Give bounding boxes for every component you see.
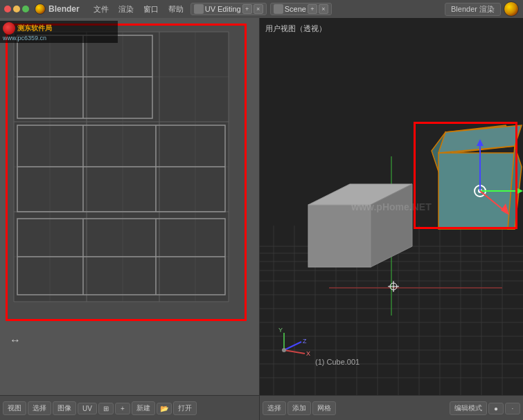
render-button[interactable]: Blender 渲染 [445,3,501,16]
minimize-window-btn[interactable] [13,6,20,12]
uv-image-btn[interactable]: 图像 [53,401,76,415]
app-title: Blender [48,4,80,14]
uv-view-btn[interactable]: 视图 [3,401,26,415]
svg-text:Z: Z [303,338,307,345]
bottom-bar: 视图 选择 图像 UV ⊞ + 新建 📂 打开 选择 添加 网格 编辑模式 ● … [0,395,523,420]
object-name-label: (1) Cube.001 [315,358,360,366]
menu-help[interactable]: 帮助 [164,3,188,16]
top-bar: Blender 文件 渲染 窗口 帮助 UV Editing + × Scene… [0,0,523,18]
workspace-tabs: UV Editing + × Scene + × [190,3,332,15]
scene-tab-close[interactable]: × [319,4,328,14]
menu-file[interactable]: 文件 [89,3,113,16]
viewport-toolbar: 选择 添加 网格 编辑模式 ● · [260,396,523,420]
vp-mode-btn[interactable]: 编辑模式 [450,401,487,415]
uv-scroll-handle[interactable]: ↔ [10,334,21,347]
menu-render[interactable]: 渲染 [114,3,138,16]
window-controls [4,6,29,12]
uv-editing-tab-add[interactable]: + [242,4,252,14]
uv-select-btn[interactable]: 选择 [28,401,51,415]
uv-editing-tab-label[interactable]: UV Editing [205,5,241,13]
viewport-panel[interactable]: Z X Y 用户视图（透视） www.pHome.NET (1) Cube.00… [260,18,523,395]
blender-logo-icon [35,3,46,15]
uv-open-btn[interactable]: 打开 [173,401,197,415]
watermark-overlay: 测东软件局 www.pc6359.cn [0,21,118,43]
uv-open-folder-btn[interactable]: 📂 [157,403,172,414]
uv-editing-tab-close[interactable]: × [254,4,263,14]
vp-select-btn[interactable]: 选择 [263,401,286,415]
svg-point-77 [282,348,286,352]
scene-tab-add[interactable]: + [308,4,317,14]
viewport-label: 用户视图（透视） [265,24,326,34]
viewport-watermark: www.pHome.NET [351,201,431,212]
vp-dot-icon[interactable]: · [505,403,520,414]
scene-tab-label[interactable]: Scene [285,5,306,13]
uv-editing-tab-icon [194,4,204,14]
maximize-window-btn[interactable] [22,6,29,12]
uv-uv-btn[interactable]: UV [78,403,97,414]
main-area: ↔ [0,18,523,395]
uv-canvas [7,25,246,319]
watermark-circle-icon [3,22,15,35]
render-area: Blender 渲染 [445,1,523,17]
close-window-btn[interactable] [4,6,11,12]
uv-panel[interactable]: ↔ [0,18,260,395]
uv-editor-toolbar: 视图 选择 图像 UV ⊞ + 新建 📂 打开 [0,396,260,420]
menu-window[interactable]: 窗口 [139,3,163,16]
watermark-title: 测东软件局 [17,24,52,33]
uv-new-btn[interactable]: 新建 [132,401,155,415]
vp-mesh-btn[interactable]: 网格 [312,401,336,415]
svg-text:X: X [306,350,310,357]
uv-add-btn[interactable]: + [115,403,130,414]
vp-circle-icon[interactable]: ● [488,403,504,414]
uv-grid-icon-btn[interactable]: ⊞ [98,403,114,414]
watermark-logo: 测东软件局 [3,22,115,35]
svg-rect-54 [308,205,371,267]
watermark-url: www.pc6359.cn [3,35,115,42]
uv-grid-svg [7,25,246,319]
menu-bar: 文件 渲染 窗口 帮助 [89,3,188,16]
scene-tab-icon [274,4,283,14]
blender-icon [504,1,519,17]
svg-text:Y: Y [278,327,283,334]
blender-logo-area: Blender [0,3,89,15]
vp-add-btn[interactable]: 添加 [287,401,311,415]
